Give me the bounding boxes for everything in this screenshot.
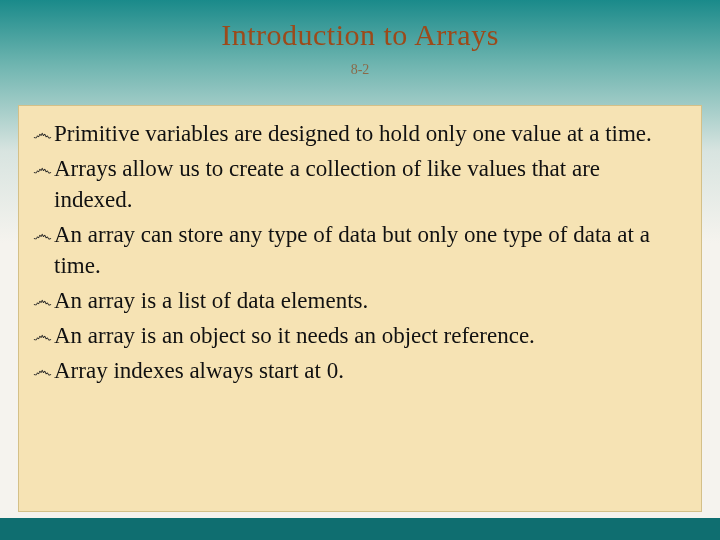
bullet-icon: ෴ <box>33 118 52 148</box>
bullet-text: Primitive variables are designed to hold… <box>54 118 683 149</box>
bullet-icon: ෴ <box>33 153 52 183</box>
footer-bar <box>0 518 720 540</box>
slide: Introduction to Arrays 8-2 ෴ Primitive v… <box>0 0 720 540</box>
slide-title: Introduction to Arrays <box>0 0 720 52</box>
content-box: ෴ Primitive variables are designed to ho… <box>18 105 702 512</box>
list-item: ෴ Arrays allow us to create a collection… <box>33 153 683 215</box>
list-item: ෴ An array is an object so it needs an o… <box>33 320 683 351</box>
list-item: ෴ Primitive variables are designed to ho… <box>33 118 683 149</box>
bullet-icon: ෴ <box>33 355 52 385</box>
bullet-text: Arrays allow us to create a collection o… <box>54 153 683 215</box>
bullet-text: Array indexes always start at 0. <box>54 355 683 386</box>
bullet-text: An array is an object so it needs an obj… <box>54 320 683 351</box>
bullet-icon: ෴ <box>33 285 52 315</box>
list-item: ෴ An array is a list of data elements. <box>33 285 683 316</box>
page-number: 8-2 <box>0 62 720 78</box>
list-item: ෴ Array indexes always start at 0. <box>33 355 683 386</box>
list-item: ෴ An array can store any type of data bu… <box>33 219 683 281</box>
bullet-text: An array can store any type of data but … <box>54 219 683 281</box>
bullet-icon: ෴ <box>33 219 52 249</box>
bullet-icon: ෴ <box>33 320 52 350</box>
bullet-text: An array is a list of data elements. <box>54 285 683 316</box>
